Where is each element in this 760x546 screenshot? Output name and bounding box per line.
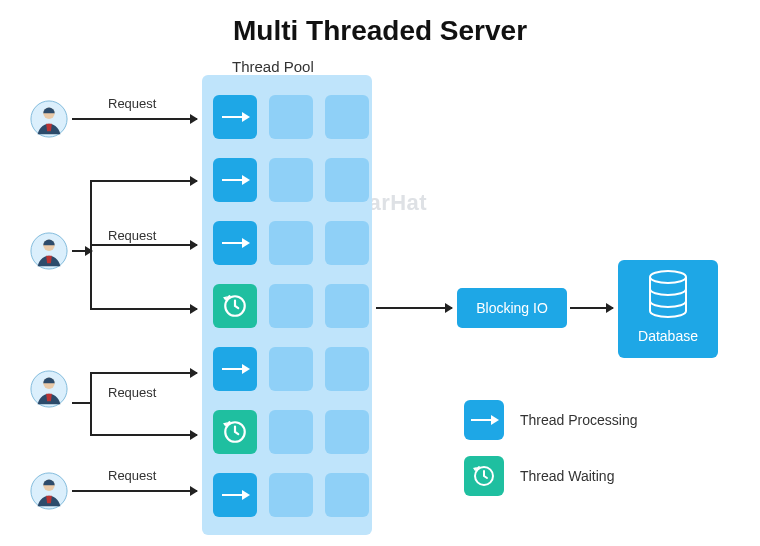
pool-to-io-arrow — [376, 307, 452, 309]
request-arrow — [90, 180, 197, 182]
thread-empty-cell — [325, 95, 369, 139]
thread-empty-cell — [325, 221, 369, 265]
request-connector — [90, 372, 92, 436]
arrow-right-icon — [464, 400, 504, 440]
arrow-right-icon — [222, 116, 248, 118]
thread-waiting-cell — [213, 410, 257, 454]
database-label: Database — [618, 328, 718, 344]
thread-empty-cell — [325, 158, 369, 202]
request-label: Request — [108, 228, 156, 243]
thread-processing-cell — [213, 347, 257, 391]
legend-item-processing: Thread Processing — [464, 400, 638, 440]
thread-processing-cell — [213, 473, 257, 517]
thread-waiting-cell — [213, 284, 257, 328]
diagram-title: Multi Threaded Server — [0, 0, 760, 47]
clock-icon — [464, 456, 504, 496]
thread-empty-cell — [325, 347, 369, 391]
thread-processing-cell — [213, 158, 257, 202]
request-label: Request — [108, 385, 156, 400]
arrow-right-icon — [222, 494, 248, 496]
arrow-right-icon — [222, 242, 248, 244]
thread-pool — [202, 75, 372, 535]
arrow-right-icon — [222, 179, 248, 181]
database-icon — [646, 270, 690, 324]
request-arrow — [90, 372, 197, 374]
clock-icon — [222, 419, 248, 445]
thread-empty-cell — [269, 347, 313, 391]
thread-processing-cell — [213, 95, 257, 139]
legend-label: Thread Processing — [520, 412, 638, 428]
request-arrow — [90, 434, 197, 436]
legend: Thread Processing Thread Waiting — [464, 400, 638, 512]
thread-empty-cell — [325, 410, 369, 454]
user-icon — [30, 472, 68, 510]
thread-empty-cell — [269, 158, 313, 202]
user-icon — [30, 232, 68, 270]
user-icon — [30, 100, 68, 138]
request-label: Request — [108, 468, 156, 483]
request-arrow — [90, 308, 197, 310]
blocking-io-box: Blocking IO — [457, 288, 567, 328]
thread-empty-cell — [269, 410, 313, 454]
legend-label: Thread Waiting — [520, 468, 614, 484]
thread-empty-cell — [269, 95, 313, 139]
thread-empty-cell — [269, 284, 313, 328]
thread-empty-cell — [269, 473, 313, 517]
request-arrow — [90, 244, 197, 246]
thread-empty-cell — [325, 473, 369, 517]
clock-icon — [222, 293, 248, 319]
request-label: Request — [108, 96, 156, 111]
thread-pool-label: Thread Pool — [232, 58, 314, 75]
user-icon — [30, 370, 68, 408]
legend-item-waiting: Thread Waiting — [464, 456, 638, 496]
io-to-db-arrow — [570, 307, 613, 309]
svg-point-12 — [650, 271, 686, 283]
request-arrow — [72, 118, 197, 120]
thread-processing-cell — [213, 221, 257, 265]
arrow-right-icon — [222, 368, 248, 370]
database-box: Database — [618, 260, 718, 358]
thread-empty-cell — [325, 284, 369, 328]
request-arrow — [72, 490, 197, 492]
thread-empty-cell — [269, 221, 313, 265]
